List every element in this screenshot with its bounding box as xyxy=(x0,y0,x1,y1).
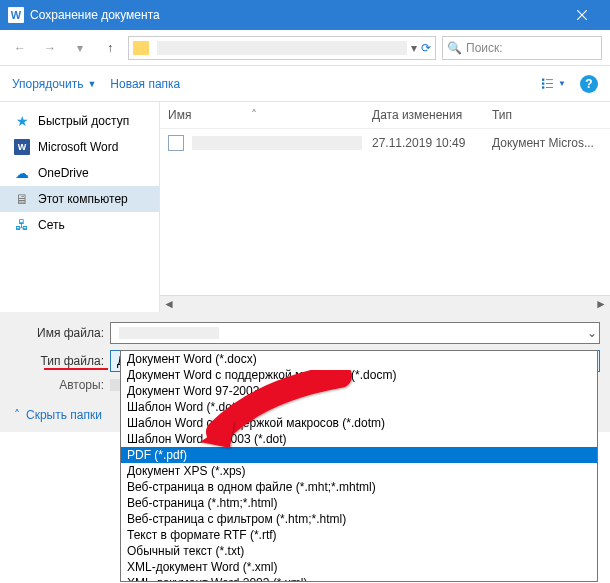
close-icon xyxy=(577,10,587,20)
filetype-option[interactable]: Веб-страница (*.htm;*.html) xyxy=(121,495,597,511)
star-icon: ★ xyxy=(14,113,30,129)
search-icon: 🔍 xyxy=(447,41,462,55)
new-folder-button[interactable]: Новая папка xyxy=(110,77,180,91)
filetype-option[interactable]: Текст в формате RTF (*.rtf) xyxy=(121,527,597,543)
navbar: ← → ▾ ↑ ▾ ⟳ 🔍 Поиск: xyxy=(0,30,610,66)
svg-rect-0 xyxy=(542,78,544,80)
filetype-option[interactable]: Веб-страница в одном файле (*.mht;*.mhtm… xyxy=(121,479,597,495)
word-icon: W xyxy=(14,139,30,155)
filetype-option[interactable]: PDF (*.pdf) xyxy=(121,447,597,463)
column-type[interactable]: Тип xyxy=(492,108,602,122)
window-title: Сохранение документа xyxy=(30,8,562,22)
nav-back-button[interactable]: ← xyxy=(8,36,32,60)
filetype-option[interactable]: XML-документ Word (*.xml) xyxy=(121,559,597,575)
sidebar-item-network[interactable]: 🖧 Сеть xyxy=(0,212,159,238)
view-mode-button[interactable]: ▼ xyxy=(542,72,566,96)
filetype-option[interactable]: Веб-страница с фильтром (*.htm;*.html) xyxy=(121,511,597,527)
svg-rect-2 xyxy=(542,86,544,88)
filename-value-redacted xyxy=(119,327,219,339)
filetype-option[interactable]: Документ XPS (*.xps) xyxy=(121,463,597,479)
svg-rect-3 xyxy=(546,79,553,80)
close-button[interactable] xyxy=(562,0,602,30)
chevron-down-icon[interactable]: ▾ xyxy=(411,41,417,55)
sidebar-item-onedrive[interactable]: ☁ OneDrive xyxy=(0,160,159,186)
path-redacted xyxy=(157,41,407,55)
nav-forward-button[interactable]: → xyxy=(38,36,62,60)
filetype-option[interactable]: Документ Word (*.docx) xyxy=(121,351,597,367)
address-bar[interactable]: ▾ ⟳ xyxy=(128,36,436,60)
nav-history-button[interactable]: ▾ xyxy=(68,36,92,60)
authors-label: Авторы: xyxy=(10,378,110,392)
filetype-option[interactable]: Документ Word 97-2003 (*.doc) xyxy=(121,383,597,399)
scroll-right-icon[interactable]: ► xyxy=(594,297,608,311)
chevron-down-icon[interactable]: ⌄ xyxy=(587,326,597,340)
view-mode-icon xyxy=(542,77,556,91)
filetype-option[interactable]: Документ Word с поддержкой макросов (*.d… xyxy=(121,367,597,383)
filetype-option[interactable]: Обычный текст (*.txt) xyxy=(121,543,597,559)
sidebar: ★ Быстрый доступ W Microsoft Word ☁ OneD… xyxy=(0,102,160,312)
network-icon: 🖧 xyxy=(14,217,30,233)
column-headers: Имя˄ Дата изменения Тип xyxy=(160,102,610,129)
monitor-icon: 🖥 xyxy=(14,191,30,207)
horizontal-scrollbar[interactable]: ◄ ► xyxy=(160,295,610,312)
filetype-label: Тип файла: xyxy=(10,354,110,368)
filetype-dropdown-list[interactable]: Документ Word (*.docx)Документ Word с по… xyxy=(120,350,598,582)
organize-button[interactable]: Упорядочить ▼ xyxy=(12,77,96,91)
file-type: Документ Micros... xyxy=(492,136,602,150)
scroll-left-icon[interactable]: ◄ xyxy=(162,297,176,311)
svg-rect-1 xyxy=(542,82,544,84)
filetype-option[interactable]: Шаблон Word (*.dotx) xyxy=(121,399,597,415)
toolbar: Упорядочить ▼ Новая папка ▼ ? xyxy=(0,66,610,102)
titlebar: W Сохранение документа xyxy=(0,0,610,30)
folder-icon xyxy=(133,41,149,55)
filename-label: Имя файла: xyxy=(10,326,110,340)
svg-rect-4 xyxy=(546,83,553,84)
word-app-icon: W xyxy=(8,7,24,23)
column-name[interactable]: Имя˄ xyxy=(168,108,372,122)
sort-icon: ˄ xyxy=(251,108,257,122)
file-list: Имя˄ Дата изменения Тип 27.11.2019 10:49… xyxy=(160,102,610,312)
refresh-icon[interactable]: ⟳ xyxy=(421,41,431,55)
cloud-icon: ☁ xyxy=(14,165,30,181)
chevron-down-icon: ▼ xyxy=(87,79,96,89)
filename-input[interactable]: ⌄ xyxy=(110,322,600,344)
sidebar-item-quick-access[interactable]: ★ Быстрый доступ xyxy=(0,108,159,134)
filetype-option[interactable]: Шаблон Word 97-2003 (*.dot) xyxy=(121,431,597,447)
document-icon xyxy=(168,135,184,151)
chevron-up-icon: ˄ xyxy=(14,408,20,422)
filetype-option[interactable]: Шаблон Word с поддержкой макросов (*.dot… xyxy=(121,415,597,431)
sidebar-item-word[interactable]: W Microsoft Word xyxy=(0,134,159,160)
filetype-option[interactable]: XML-документ Word 2003 (*.xml) xyxy=(121,575,597,582)
file-row[interactable]: 27.11.2019 10:49 Документ Micros... xyxy=(160,129,610,157)
svg-rect-5 xyxy=(546,87,553,88)
filename-redacted xyxy=(192,136,362,150)
nav-up-button[interactable]: ↑ xyxy=(98,36,122,60)
chevron-down-icon: ▼ xyxy=(558,79,566,88)
column-date[interactable]: Дата изменения xyxy=(372,108,492,122)
search-placeholder: Поиск: xyxy=(466,41,503,55)
help-button[interactable]: ? xyxy=(580,75,598,93)
file-date: 27.11.2019 10:49 xyxy=(372,136,492,150)
search-input[interactable]: 🔍 Поиск: xyxy=(442,36,602,60)
sidebar-item-this-pc[interactable]: 🖥 Этот компьютер xyxy=(0,186,159,212)
